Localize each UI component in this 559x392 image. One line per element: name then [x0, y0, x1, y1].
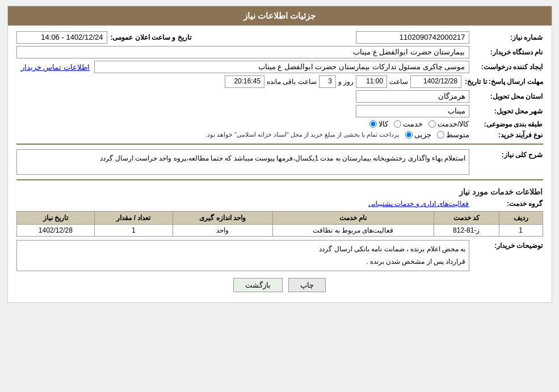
services-table: ردیف کد خدمت نام خدمت واحد اندازه گیری ت… — [16, 211, 543, 237]
divider-1 — [16, 144, 543, 145]
page-header: جزئیات اطلاعات نیاز — [8, 6, 552, 26]
purchase-type-radio-1[interactable] — [405, 131, 413, 138]
category-label-3: کالا/خدمت — [438, 120, 469, 128]
deadline-date: 1402/12/28 — [410, 75, 461, 88]
col-row: ردیف — [499, 212, 543, 225]
cell-date: 1402/12/28 — [16, 225, 95, 237]
page-title: جزئیات اطلاعات نیاز — [243, 11, 316, 20]
category-radio-3[interactable] — [428, 120, 436, 128]
contact-link[interactable]: اطلاعات تماس خریدار — [21, 63, 90, 71]
service-group-value[interactable]: فعالیت‌های اداری و خدمات پشتیبانی — [368, 200, 469, 208]
deadline-values: 1402/12/28 ساعت 11:00 روز و 3 ساعت باقی … — [225, 75, 461, 88]
city-value: میناب — [356, 105, 469, 117]
deadline-remaining: 20:16:45 — [225, 75, 264, 88]
creator-value: موسی چاکری مسئول تدارکات بیمارستان حضرت … — [94, 61, 469, 73]
table-row: 1 ز-81-812 فعالیت‌های مربوط به نظافت واح… — [16, 225, 543, 237]
deadline-time: 11:00 — [356, 75, 387, 88]
cell-name: فعالیت‌های مربوط به نظافت — [272, 225, 434, 237]
date-label: تاریخ و ساعت اعلان عمومی: — [107, 33, 195, 41]
time-label: ساعت — [389, 78, 408, 86]
remaining-label: ساعت باقی مانده — [267, 78, 317, 86]
buyer-desc-row: توضیحات خریدار: به محض اعلام برنده ، ضما… — [16, 240, 543, 271]
creator-label: ایجاد کننده درخواست: — [469, 63, 543, 71]
description-label: شرح کلی نیاز: — [469, 149, 543, 159]
province-value: هرمزگان — [356, 90, 469, 103]
print-button[interactable]: چاپ — [288, 278, 326, 292]
order-number-value: 1102090742000217 — [356, 31, 469, 44]
divider-2 — [16, 179, 543, 180]
buttons-row: چاپ بازگشت — [16, 278, 543, 292]
purchase-type-group: متوسط جزیی — [405, 130, 469, 139]
purchase-type-option-2: متوسط — [437, 130, 469, 139]
cell-quantity: 1 — [95, 225, 173, 237]
col-name: نام خدمت — [272, 212, 434, 225]
category-label: طبقه بندی موضوعی: — [469, 120, 543, 128]
purchase-type-option-1: جزیی — [405, 130, 431, 139]
services-section-title: اطلاعات خدمات مورد نیاز — [16, 187, 543, 196]
category-option-2: خدمت — [394, 120, 423, 128]
order-number-label: شماره نیاز: — [469, 33, 543, 41]
order-date-row: شماره نیاز: 1102090742000217 تاریخ و ساع… — [16, 31, 543, 44]
buyer-value: بیمارستان حضرت ابوالفضل ع میناب — [16, 46, 469, 58]
service-group-label: گروه خدمت: — [469, 200, 543, 208]
col-quantity: تعداد / مقدار — [95, 212, 173, 225]
buyer-desc-value: به محض اعلام برنده ، ضمانت نامه بانکی ار… — [16, 240, 469, 271]
province-label: استان محل تحویل: — [469, 92, 543, 100]
city-label: شهر محل تحویل: — [469, 107, 543, 115]
purchase-type-note: پرداخت تمام یا بخشی از مبلغ خرید از محل … — [205, 131, 400, 138]
category-radio-2[interactable] — [394, 120, 401, 128]
col-unit: واحد اندازه گیری — [173, 212, 272, 225]
deadline-label: مهلت ارسال پاسخ: تا تاریخ: — [461, 78, 543, 86]
buyer-row: نام دستگاه خریدار: بیمارستان حضرت ابوالف… — [16, 46, 543, 58]
province-row: استان محل تحویل: هرمزگان — [16, 90, 543, 103]
col-date: تاریخ نیاز — [16, 212, 95, 225]
category-label-2: خدمت — [403, 120, 423, 128]
purchase-type-radio-2[interactable] — [437, 131, 444, 138]
description-row: شرح کلی نیاز: استعلام بهاء واگذاری رختشو… — [16, 149, 543, 175]
category-label-1: کالا — [379, 120, 388, 128]
cell-code: ز-81-812 — [434, 225, 499, 237]
purchase-type-label: نوع فرآیند خرید: — [469, 131, 543, 139]
city-row: شهر محل تحویل: میناب — [16, 105, 543, 117]
description-value: استعلام بهاء واگذاری رختشویخانه بیمارستا… — [16, 149, 469, 175]
buyer-label: نام دستگاه خریدار: — [469, 48, 543, 56]
category-row: طبقه بندی موضوعی: کالا/خدمت خدمت کالا — [16, 120, 543, 128]
cell-row: 1 — [499, 225, 543, 237]
purchase-type-label-1: جزیی — [414, 130, 431, 139]
purchase-type-label-2: متوسط — [446, 130, 469, 139]
col-code: کد خدمت — [434, 212, 499, 225]
category-option-1: کالا — [369, 120, 388, 128]
back-button[interactable]: بازگشت — [233, 278, 283, 292]
deadline-row: مهلت ارسال پاسخ: تا تاریخ: 1402/12/28 سا… — [16, 75, 543, 88]
main-container: جزئیات اطلاعات نیاز شماره نیاز: 11020907… — [7, 6, 552, 303]
creator-row: ایجاد کننده درخواست: موسی چاکری مسئول تد… — [16, 61, 543, 73]
category-radio-1[interactable] — [369, 120, 377, 128]
category-option-3: کالا/خدمت — [428, 120, 469, 128]
content-area: شماره نیاز: 1102090742000217 تاریخ و ساع… — [8, 26, 552, 302]
days-label-text: روز و — [338, 78, 354, 86]
purchase-type-row: نوع فرآیند خرید: متوسط جزیی پرداخت تمام … — [16, 130, 543, 139]
date-value: 1402/12/24 - 14:06 — [16, 31, 107, 44]
category-radio-group: کالا/خدمت خدمت کالا — [369, 120, 469, 128]
service-group-row: گروه خدمت: فعالیت‌های اداری و خدمات پشتی… — [16, 200, 543, 208]
cell-unit: واحد — [173, 225, 272, 237]
deadline-days: 3 — [319, 75, 336, 88]
buyer-desc-label: توضیحات خریدار: — [469, 240, 543, 250]
